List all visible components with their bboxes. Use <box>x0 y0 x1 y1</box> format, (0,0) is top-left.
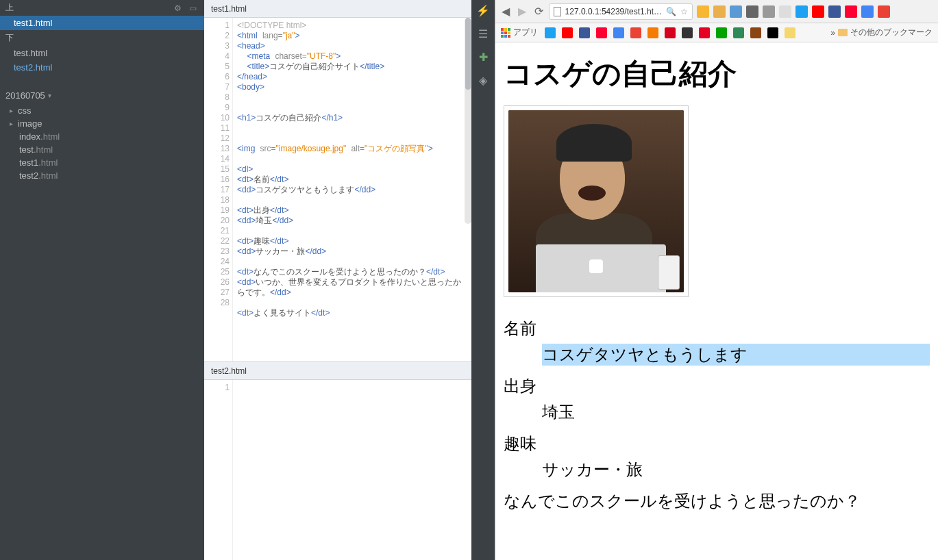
code-area[interactable]: <!DOCTYPE html> <html lang="ja"> <head> … <box>233 18 471 361</box>
project-name: 20160705 <box>5 90 45 101</box>
bookmark-icon[interactable] <box>579 27 590 38</box>
apps-icon <box>501 28 510 38</box>
extension-icon[interactable] <box>746 5 758 18</box>
extensions-icon[interactable]: ☰ <box>476 27 490 41</box>
bookmark-icon[interactable] <box>733 27 744 38</box>
page-icon <box>554 7 561 16</box>
dd-origin: 埼玉 <box>542 401 930 423</box>
dt-name: 名前 <box>504 318 930 340</box>
profile-photo <box>504 105 689 297</box>
bookmark-icon[interactable] <box>750 27 761 38</box>
gutter: 1 <box>204 380 233 560</box>
toolstrip: ⚡ ☰ ✚ ◈ <box>471 0 495 560</box>
file-test[interactable]: test.html <box>0 143 204 156</box>
sidebar: 上 ⚙ ▭ test1.html 下 test.html test2.html … <box>0 0 204 560</box>
dt-hobby: 趣味 <box>504 433 930 455</box>
chevron-down-icon: ▾ <box>48 92 51 99</box>
bookmark-icon[interactable] <box>716 27 727 38</box>
editor-tab-top[interactable]: test1.html <box>204 0 471 18</box>
folder-css[interactable]: ▸css <box>0 104 204 117</box>
search-icon[interactable]: 🔍 <box>666 7 676 16</box>
forward-icon[interactable]: ▶ <box>516 5 528 18</box>
bookmark-icon[interactable] <box>562 27 573 38</box>
extensions-tray <box>697 5 890 18</box>
dt-origin: 出身 <box>504 375 930 397</box>
file-test2[interactable]: test2.html <box>0 169 204 182</box>
reload-icon[interactable]: ⟳ <box>532 5 545 18</box>
bookmark-icon[interactable] <box>785 27 795 38</box>
apps-button[interactable]: アプリ <box>501 27 538 38</box>
file-tree: ▸css▸imageindex.htmltest.htmltest1.htmlt… <box>0 104 204 182</box>
bookmark-icon[interactable] <box>545 27 556 38</box>
editor-bottom[interactable]: 1 <box>204 380 471 560</box>
bookmark-icon[interactable] <box>665 27 676 38</box>
editor-area: test1.html 12345678910111213141516171819… <box>204 0 471 560</box>
back-icon[interactable]: ◀ <box>499 5 512 18</box>
working-file-test2[interactable]: test2.html <box>0 60 204 75</box>
star-icon[interactable]: ☆ <box>680 7 688 16</box>
folder-image[interactable]: ▸image <box>0 117 204 130</box>
scrollbar[interactable] <box>465 18 471 224</box>
page-title: コスゲの自己紹介 <box>504 55 930 93</box>
gear-icon[interactable]: ⚙ <box>172 3 184 13</box>
bookmark-bar: アプリ » その他のブックマーク <box>495 23 938 42</box>
url-text: 127.0.0.1:54239/test1.ht… <box>565 7 662 16</box>
more-icon: » <box>830 28 835 38</box>
live-preview-icon[interactable]: ⚡ <box>476 4 490 18</box>
working-set-bottom-header: 下 <box>0 30 204 46</box>
rendered-page[interactable]: コスゲの自己紹介 名前 コスゲタツヤともうします 出身 埼玉 趣味 サッカー・旅… <box>495 42 938 560</box>
file-test1[interactable]: test1.html <box>0 156 204 169</box>
browser-toolbar: ◀ ▶ ⟳ 127.0.0.1:54239/test1.ht… 🔍 ☆ <box>495 0 938 23</box>
layers-icon[interactable]: ◈ <box>476 74 490 88</box>
editor-bottom-pane: test2.html 1 <box>204 361 471 560</box>
gutter: 1234567891011121314151617181920212223242… <box>204 18 233 361</box>
folder-icon <box>838 29 848 36</box>
bookmark-icon[interactable] <box>682 27 693 38</box>
extension-manager-icon[interactable]: ✚ <box>476 51 490 64</box>
dd-hobby: サッカー・旅 <box>542 459 930 481</box>
definition-list: 名前 コスゲタツヤともうします 出身 埼玉 趣味 サッカー・旅 なんでこのスクー… <box>504 318 930 512</box>
browser: ◀ ▶ ⟳ 127.0.0.1:54239/test1.ht… 🔍 ☆ アプリ … <box>495 0 938 560</box>
extension-icon[interactable] <box>845 5 857 18</box>
working-set-top-header: 上 ⚙ ▭ <box>0 0 204 16</box>
bookmark-icon[interactable] <box>699 27 710 38</box>
other-bookmarks-label: その他のブックマーク <box>850 27 933 38</box>
extension-icon[interactable] <box>878 5 890 18</box>
bookmark-icon[interactable] <box>613 27 624 38</box>
code-area[interactable] <box>233 380 471 560</box>
apps-label: アプリ <box>513 27 538 38</box>
dd-name: コスゲタツヤともうします <box>542 344 930 366</box>
extension-icon[interactable] <box>697 5 709 18</box>
file-index[interactable]: index.html <box>0 130 204 143</box>
dt-reason: なんでこのスクールを受けようと思ったのか？ <box>504 490 930 512</box>
working-file-test1[interactable]: test1.html <box>0 16 204 30</box>
extension-icon[interactable] <box>812 5 824 18</box>
bookmark-icon[interactable] <box>647 27 658 38</box>
editor-top[interactable]: 1234567891011121314151617181920212223242… <box>204 18 471 361</box>
extension-icon[interactable] <box>795 5 808 18</box>
other-bookmarks[interactable]: » その他のブックマーク <box>830 27 933 38</box>
project-root[interactable]: 20160705 ▾ <box>0 87 204 104</box>
extension-icon[interactable] <box>730 5 742 18</box>
bookmark-icon[interactable] <box>630 27 641 38</box>
working-file-test[interactable]: test.html <box>0 46 204 60</box>
split-icon[interactable]: ▭ <box>186 3 199 13</box>
bookmark-icons <box>545 27 795 38</box>
bookmark-icon[interactable] <box>596 27 607 38</box>
extension-icon[interactable] <box>828 5 841 18</box>
editor-tab-bottom[interactable]: test2.html <box>204 362 471 380</box>
scroll-thumb[interactable] <box>465 18 471 90</box>
header-label: 上 <box>5 2 14 14</box>
extension-icon[interactable] <box>713 5 726 18</box>
extension-icon[interactable] <box>763 5 775 18</box>
omnibox[interactable]: 127.0.0.1:54239/test1.ht… 🔍 ☆ <box>549 3 693 20</box>
extension-icon[interactable] <box>779 5 791 18</box>
extension-icon[interactable] <box>861 5 874 18</box>
bookmark-icon[interactable] <box>767 27 778 38</box>
header-label: 下 <box>5 32 14 44</box>
